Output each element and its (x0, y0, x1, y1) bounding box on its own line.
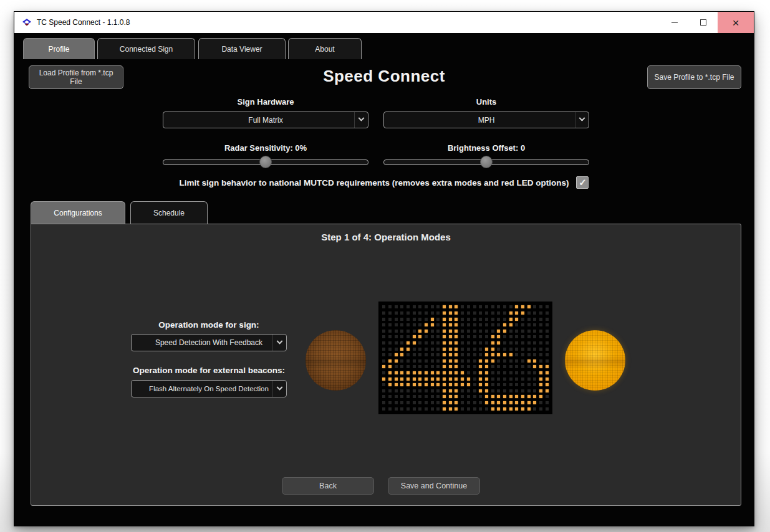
led-dot (436, 323, 440, 326)
led-dot (395, 365, 398, 368)
led-dot (509, 395, 513, 398)
led-dot (407, 323, 410, 326)
led-dot (485, 348, 488, 351)
checkmark-icon: ✓ (579, 177, 587, 188)
led-dot (521, 330, 524, 333)
beacon-mode-dropdown[interactable]: Flash Alternately On Speed Detection (131, 380, 287, 397)
minimize-button[interactable] (660, 12, 689, 33)
tab-data-viewer[interactable]: Data Viewer (198, 38, 286, 59)
tab-about[interactable]: About (288, 38, 362, 59)
led-dot (546, 359, 549, 363)
app-icon (22, 17, 32, 27)
led-dot (418, 330, 421, 333)
led-dot (485, 311, 488, 315)
led-dot (491, 378, 494, 381)
led-dot (400, 371, 403, 374)
led-dot (521, 341, 524, 344)
led-dot (467, 407, 470, 411)
radar-sensitivity-slider[interactable] (163, 156, 368, 168)
led-dot (436, 348, 440, 351)
led-dot (413, 407, 416, 411)
led-dot (395, 348, 398, 351)
led-dot (546, 348, 549, 351)
led-dot (400, 378, 403, 381)
led-dot (443, 341, 446, 344)
slider-thumb[interactable] (480, 156, 493, 168)
led-dot (455, 383, 458, 386)
led-dot (418, 348, 421, 351)
led-dot (407, 311, 410, 315)
mutcd-checkbox[interactable]: ✓ (576, 176, 589, 189)
led-dot (546, 407, 549, 411)
led-dot (527, 389, 531, 392)
led-dot (400, 311, 403, 315)
led-dot (467, 341, 470, 344)
led-dot (449, 323, 452, 326)
led-dot (443, 395, 446, 398)
configurations-panel: Step 1 of 4: Operation Modes Operation m… (31, 224, 741, 506)
led-dot (479, 323, 482, 326)
led-dot (533, 378, 536, 381)
led-dot (395, 335, 398, 338)
led-dot (413, 378, 416, 381)
led-dot (413, 323, 416, 326)
led-dot (388, 407, 392, 411)
led-dot (491, 341, 494, 344)
tab-profile[interactable]: Profile (23, 38, 95, 59)
led-dot (395, 383, 398, 386)
led-dot (455, 371, 458, 374)
led-dot (539, 401, 542, 404)
led-dot (515, 371, 518, 374)
led-dot (539, 389, 542, 392)
led-dot (388, 401, 392, 404)
led-dot (515, 407, 518, 411)
led-dot (388, 365, 392, 368)
led-dot (461, 371, 464, 374)
led-dot (521, 318, 524, 321)
led-dot (533, 401, 536, 404)
units-dropdown[interactable]: MPH (383, 112, 589, 128)
led-dot (449, 335, 452, 338)
maximize-button[interactable] (689, 12, 718, 33)
led-dot (455, 330, 458, 333)
led-dot (515, 335, 518, 338)
save-and-continue-button[interactable]: Save and Continue (388, 477, 480, 495)
subtab-configurations[interactable]: Configurations (31, 201, 125, 224)
led-dot (515, 365, 518, 368)
led-dot (527, 371, 531, 374)
led-dot (503, 389, 506, 392)
led-dot (515, 359, 518, 363)
led-dot (395, 330, 398, 333)
led-dot (388, 323, 392, 326)
subtab-schedule[interactable]: Schedule (130, 201, 208, 224)
led-dot (485, 401, 488, 404)
led-dot (497, 395, 500, 398)
led-dot (479, 389, 482, 392)
led-dot (388, 378, 392, 381)
sign-mode-dropdown[interactable]: Speed Detection With Feedback (131, 334, 287, 351)
led-dot (527, 323, 531, 326)
led-dot (388, 311, 392, 315)
led-dot (443, 311, 446, 315)
slider-thumb[interactable] (259, 156, 272, 168)
led-dot (461, 305, 464, 308)
sign-hardware-dropdown[interactable]: Full Matrix (163, 112, 368, 128)
save-profile-button[interactable]: Save Profile to *.tcp File (647, 65, 741, 89)
tab-connected-sign[interactable]: Connected Sign (97, 38, 195, 59)
led-dot (388, 305, 392, 308)
led-dot (400, 330, 403, 333)
brightness-offset-slider[interactable] (383, 156, 589, 168)
close-button[interactable]: × (718, 12, 754, 33)
led-dot (413, 311, 416, 315)
led-dot (485, 389, 488, 392)
led-dot (515, 348, 518, 351)
back-button[interactable]: Back (282, 477, 374, 495)
led-dot (479, 383, 482, 386)
led-dot (497, 371, 500, 374)
led-dot (413, 348, 416, 351)
led-dot (461, 323, 464, 326)
led-dot (388, 341, 392, 344)
led-dot (431, 323, 434, 326)
led-dot (521, 348, 524, 351)
led-dot (395, 359, 398, 363)
